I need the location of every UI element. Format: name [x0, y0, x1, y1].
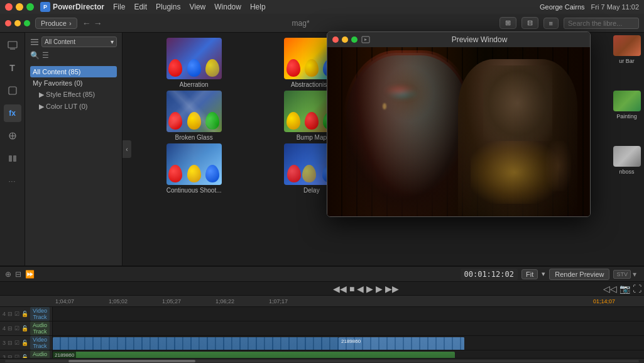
sidebar-icon-effects[interactable]: fx: [4, 104, 21, 122]
audio-clip-3a[interactable]: 2189860: [53, 352, 455, 358]
panel-collapse-button[interactable]: ‹: [123, 140, 131, 158]
grid-view-large[interactable]: ⊟: [521, 17, 538, 29]
effect-item-emboss[interactable]: nboss: [611, 146, 643, 175]
scrollbar-track[interactable]: [5, 360, 639, 362]
track-eye4-icon[interactable]: ☑: [14, 354, 19, 358]
track-label-3v[interactable]: Video Track: [30, 336, 50, 350]
sidebar-icon-shapes[interactable]: [4, 82, 21, 99]
fullscreen-btn[interactable]: ⛶: [633, 284, 641, 294]
play-button[interactable]: ▶: [366, 284, 373, 294]
track-lock-icon[interactable]: 🔓: [21, 311, 28, 317]
track-label-4a[interactable]: Audio Track: [30, 321, 50, 335]
left-sidebar: T fx ···: [0, 33, 25, 265]
add-track-button[interactable]: ⊕: [5, 270, 11, 279]
step-back-button[interactable]: ◀: [357, 284, 364, 294]
camera-btn[interactable]: 📷: [619, 284, 630, 294]
track-row-4-video: 4 ⊟ ☑ 🔓 Video Track: [0, 307, 644, 321]
render-preview-button[interactable]: Render Preview: [549, 269, 609, 280]
track-eye2-icon[interactable]: ☑: [14, 325, 19, 332]
panel-menu-icon: [30, 38, 39, 47]
track-content-4v: [53, 307, 644, 321]
timeline-toolbar: ⊕ ⊟ ⏩ 00:01:12:02 Fit ▾ Render Preview S…: [0, 267, 644, 282]
menu-help[interactable]: Help: [250, 3, 266, 11]
scrollbar-thumb[interactable]: [68, 360, 195, 362]
library-search-input[interactable]: [564, 18, 639, 29]
playback-controls-row: ◀◀ ■ ◀ ▶ ▶ ▶▶ ◁◁ 📷 ⛶: [0, 282, 644, 296]
track-composite-icon[interactable]: ⊟: [8, 311, 13, 317]
fit-button[interactable]: Fit: [521, 269, 538, 279]
nav-all-content[interactable]: All Content (85): [30, 66, 117, 77]
preview-close[interactable]: [332, 36, 339, 43]
stop-button[interactable]: ■: [349, 284, 354, 294]
menu-plugins[interactable]: Plugins: [156, 3, 180, 11]
main-toolbar: Produce › ← → mag* ⊞ ⊟ ≡: [0, 14, 644, 33]
sidebar-icon-transitions[interactable]: [4, 150, 21, 167]
preview-minimize[interactable]: [342, 36, 348, 43]
track-num-3v: 3: [3, 340, 6, 346]
track-label-4v[interactable]: Video Track: [30, 307, 50, 321]
close-button[interactable]: [5, 3, 13, 11]
preview-maximize[interactable]: [351, 36, 357, 43]
menu-view[interactable]: View: [189, 3, 205, 11]
nav-color-lut[interactable]: ▶ Color LUT (0): [30, 101, 117, 113]
effect-item-continuousshoot[interactable]: Continuous Shoot...: [136, 143, 251, 194]
timeline-play-button[interactable]: ⏩: [25, 270, 35, 279]
effect-label-aberration: Aberration: [180, 81, 209, 88]
sidebar-icon-more[interactable]: ···: [4, 172, 21, 190]
dropdown-arrow-icon: ▾: [542, 270, 545, 278]
grid-view-small[interactable]: ⊞: [499, 17, 516, 29]
preview-traffic-lights: [332, 36, 357, 43]
effect-item-urbar[interactable]: ur Bar: [611, 35, 643, 64]
nav-forward-button[interactable]: →: [94, 18, 102, 28]
track-content-3a: 2189860: [53, 350, 644, 358]
video-clip-3v-right[interactable]: 2189860: [339, 337, 464, 350]
track-mute2-icon[interactable]: ⊟: [8, 354, 13, 358]
effect-item-brokenglass[interactable]: Broken Glass: [136, 91, 251, 141]
effect-label-abstractionism: Abstractionism: [291, 81, 332, 88]
track-lock2-icon[interactable]: 🔓: [21, 325, 28, 332]
maximize-button[interactable]: [26, 3, 34, 11]
rewind-button[interactable]: ◀◀: [333, 284, 347, 294]
track-label-3a[interactable]: Audio Track: [30, 350, 50, 358]
timeline-split-button[interactable]: ⊟: [15, 270, 21, 279]
nav-my-favorites[interactable]: My Favorites (0): [30, 77, 117, 89]
track-lock4-icon[interactable]: 🔓: [21, 354, 28, 358]
panel-header: All Content ▾: [25, 33, 122, 51]
ruler-mark-2: 1;05;27: [160, 298, 213, 304]
nav-style-effect[interactable]: ▶ Style Effect (85): [30, 89, 117, 101]
effect-label-brokenglass: Broken Glass: [175, 134, 213, 141]
panel-filter-button[interactable]: ☰: [42, 51, 49, 60]
preview-content: [327, 47, 590, 216]
track-eye-icon[interactable]: ☑: [14, 311, 19, 317]
nav-back-button[interactable]: ←: [82, 18, 91, 28]
fast-forward-button[interactable]: ▶▶: [385, 284, 399, 294]
track-mute-icon[interactable]: ⊟: [8, 325, 13, 332]
produce-tab[interactable]: Produce ›: [35, 18, 77, 29]
menu-window[interactable]: Window: [214, 3, 241, 11]
effect-item-paintingr[interactable]: Painting: [611, 91, 643, 120]
preview-titlebar: Preview Window: [327, 32, 590, 47]
svg-rect-8: [31, 39, 38, 40]
timecode-display: 00:01:12:02: [461, 269, 518, 280]
content-dropdown[interactable]: All Content ▾: [41, 36, 117, 47]
track-lock3-icon[interactable]: 🔓: [21, 340, 28, 346]
sidebar-icon-audio[interactable]: [4, 127, 21, 145]
effect-label-delay: Delay: [303, 187, 320, 194]
audio-btn[interactable]: ◁◁: [603, 284, 617, 294]
menu-file[interactable]: File: [113, 3, 125, 11]
step-forward-button[interactable]: ▶: [376, 284, 383, 294]
track-eye3-icon[interactable]: ☑: [14, 340, 19, 346]
effect-item-aberration[interactable]: Aberration: [136, 38, 251, 88]
minimize-button[interactable]: [16, 3, 23, 11]
track-composite2-icon[interactable]: ⊟: [8, 340, 13, 346]
menu-edit[interactable]: Edit: [134, 3, 147, 11]
sidebar-icon-media[interactable]: [4, 36, 21, 54]
timeline-tracks: 4 ⊟ ☑ 🔓 Video Track 4 ⊟ ☑ 🔓 Audio Track …: [0, 307, 644, 358]
grid-view-list[interactable]: ≡: [543, 18, 559, 29]
panel-search-button[interactable]: 🔍: [30, 51, 40, 60]
sidebar-icon-text[interactable]: T: [4, 59, 21, 77]
effect-label-bumpmap: Bump Map: [297, 134, 327, 141]
clip-id-right: 2189860: [341, 338, 361, 344]
effects-panel: All Content ▾ 🔍 ☰ All Content (85) My Fa…: [25, 33, 123, 265]
video-clip-3v[interactable]: 2189860: [53, 337, 339, 350]
